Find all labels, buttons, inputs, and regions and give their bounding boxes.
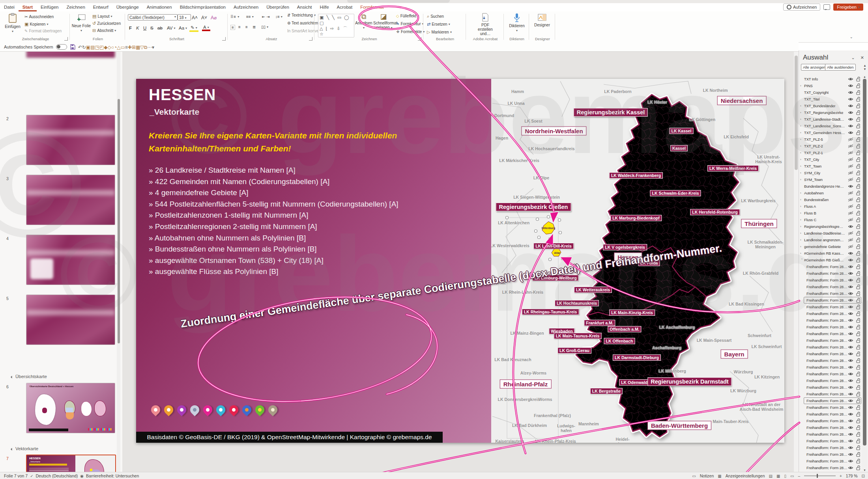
expand-icon[interactable]: › [800, 231, 803, 235]
unlock-icon[interactable] [856, 150, 861, 156]
slide-thumbnail-4[interactable] [26, 235, 115, 285]
layer-row[interactable]: ›TXT_City [799, 156, 862, 163]
expand-icon[interactable]: › [800, 124, 803, 128]
unlock-icon[interactable] [856, 412, 861, 417]
highlighted-municipality-dillenburg[interactable] [542, 222, 555, 234]
layer-row[interactable]: ›Landkreise angrenzende BL… [799, 237, 862, 243]
save-icon[interactable] [70, 44, 75, 50]
expand-icon[interactable]: › [800, 238, 803, 242]
unlock-icon[interactable] [856, 331, 861, 337]
collapse-ribbon-icon[interactable]: ⌄ [850, 35, 853, 39]
unlock-icon[interactable] [856, 244, 861, 250]
align-center-button[interactable]: ≡ [238, 25, 241, 29]
expand-icon[interactable]: › [800, 117, 803, 121]
unlock-icon[interactable] [856, 211, 861, 216]
layer-row[interactable]: Freihandform: Form 28541 [799, 371, 862, 377]
expand-icon[interactable]: › [800, 178, 803, 181]
select-button[interactable]: ▷Markieren ▾ [427, 30, 452, 35]
normal-view-icon[interactable]: ▤ [769, 474, 773, 478]
visibility-on-icon[interactable] [848, 130, 853, 136]
visibility-on-icon[interactable] [848, 405, 853, 410]
unlock-icon[interactable] [856, 197, 861, 203]
find-button[interactable]: ⌕Suchen [427, 14, 444, 19]
move-down-icon[interactable]: ▼ [863, 67, 866, 71]
visibility-off-icon[interactable] [848, 218, 853, 223]
layer-row[interactable]: Freihandform: Form 28533 [799, 424, 862, 431]
layer-row[interactable]: ›TXT_Landkreise-Stadtkreise… [799, 116, 862, 123]
unlock-icon[interactable] [856, 458, 861, 464]
textbox-icon[interactable]: ▭ [120, 45, 125, 50]
visibility-off-icon[interactable] [848, 238, 853, 243]
layer-row[interactable]: ›TXT_Bundesländer [799, 103, 862, 109]
expand-icon[interactable]: › [800, 158, 803, 161]
visibility-off-icon[interactable] [848, 177, 853, 183]
expand-icon[interactable]: › [800, 104, 803, 108]
scroll-down-icon[interactable]: ▼ [863, 469, 866, 472]
reading-view-icon[interactable]: ▯ [784, 474, 786, 478]
tab-zeichnen[interactable]: Zeichnen [62, 4, 89, 10]
group-icon[interactable]: ⧉ [144, 45, 148, 50]
layer-row[interactable]: Freihandform: Form 28553 [799, 290, 862, 297]
bring-front-icon[interactable]: ◳ [95, 45, 99, 50]
slide-subtitle[interactable]: _Vektorkarte [150, 107, 199, 117]
line-spacing-button[interactable]: ↕≡ ▾ [275, 15, 282, 19]
visibility-on-icon[interactable] [848, 345, 853, 350]
layer-row[interactable]: Freihandform: Form 28548 [799, 324, 862, 330]
visibility-on-icon[interactable] [848, 90, 853, 95]
unlock-icon[interactable] [856, 445, 861, 451]
visibility-off-icon[interactable] [848, 157, 853, 162]
layer-row[interactable]: Freihandform: Form 28536 [799, 404, 862, 411]
tab-start[interactable]: Start [19, 4, 37, 11]
visibility-off-icon[interactable] [848, 171, 853, 176]
unlock-icon[interactable] [856, 398, 861, 404]
highlighted-municipality-allar[interactable] [552, 248, 561, 256]
unlock-icon[interactable] [856, 311, 861, 317]
accessibility-status[interactable]: Barrierefreiheit: Untersuchen [86, 473, 139, 478]
unlock-icon[interactable] [856, 237, 861, 243]
visibility-on-icon[interactable] [848, 104, 853, 109]
subscript-button[interactable]: ab [156, 26, 164, 30]
shape-order2-icon[interactable]: ▤ [90, 45, 95, 50]
layer-row[interactable]: Freihandform: Form 28550 [799, 310, 862, 317]
notes-button[interactable]: Notizen [700, 473, 714, 478]
visibility-on-icon[interactable] [848, 271, 853, 276]
arrange-button[interactable]: ⧉Anordnen▾ [355, 13, 372, 30]
unlock-icon[interactable] [856, 452, 861, 458]
unlock-icon[interactable] [856, 117, 861, 123]
expand-icon[interactable]: › [800, 205, 803, 208]
quick-styles-button[interactable]: ◪Schnellformat- vorlagen ▾ [373, 13, 394, 30]
more-icon[interactable]: ⋯ [147, 45, 152, 50]
layer-row[interactable]: Freihandform: Form 28554 [799, 283, 862, 290]
visibility-on-icon[interactable] [848, 338, 853, 343]
unlock-icon[interactable] [856, 385, 861, 391]
visibility-on-icon[interactable] [848, 265, 853, 270]
unlock-icon[interactable] [856, 251, 861, 257]
unlock-icon[interactable] [856, 123, 861, 129]
layout-button[interactable]: ▤Layout ▾ [92, 14, 112, 19]
unlock-icon[interactable] [856, 425, 861, 431]
layer-row[interactable]: TXT Info [799, 76, 862, 82]
slide-thumbnail-3[interactable] [26, 175, 115, 225]
layer-row[interactable]: Freihandform: Form 28547 [799, 330, 862, 337]
tab-ansicht[interactable]: Ansicht [293, 4, 316, 10]
unlock-icon[interactable] [856, 177, 861, 183]
grow-font-button[interactable]: A˄ [192, 15, 198, 21]
unlock-icon[interactable] [856, 231, 861, 237]
visibility-on-icon[interactable] [848, 84, 853, 89]
unlock-icon[interactable] [856, 157, 861, 163]
layer-row[interactable]: Freihandform: Form 28544 [799, 350, 862, 357]
expand-icon[interactable]: › [800, 191, 803, 195]
layer-row[interactable]: Freihandform: Form 28530 [799, 444, 862, 451]
expand-icon[interactable]: › [800, 84, 803, 88]
unlock-icon[interactable] [856, 365, 861, 371]
layer-row[interactable]: Freihandform: Form 28539 [799, 384, 862, 391]
tab-bildschirmpräsentation[interactable]: Bildschirmpräsentation [176, 4, 230, 10]
numbered-list-button[interactable]: ≡≡ ▾ [246, 15, 254, 19]
fit-to-window-icon[interactable]: ⊡ [862, 474, 865, 478]
layer-row[interactable]: Freihandform: Form 28538 [799, 391, 862, 397]
layer-row[interactable]: Freihandform: Form 28556 [799, 270, 862, 277]
layer-row[interactable]: Freihandform: Form 28552 [799, 297, 862, 304]
font-color-button[interactable]: A ▾ [202, 25, 210, 31]
layer-row[interactable]: Freihandform: Form 28528 [799, 458, 862, 464]
dictate-button[interactable]: Diktieren▾ [507, 13, 527, 33]
